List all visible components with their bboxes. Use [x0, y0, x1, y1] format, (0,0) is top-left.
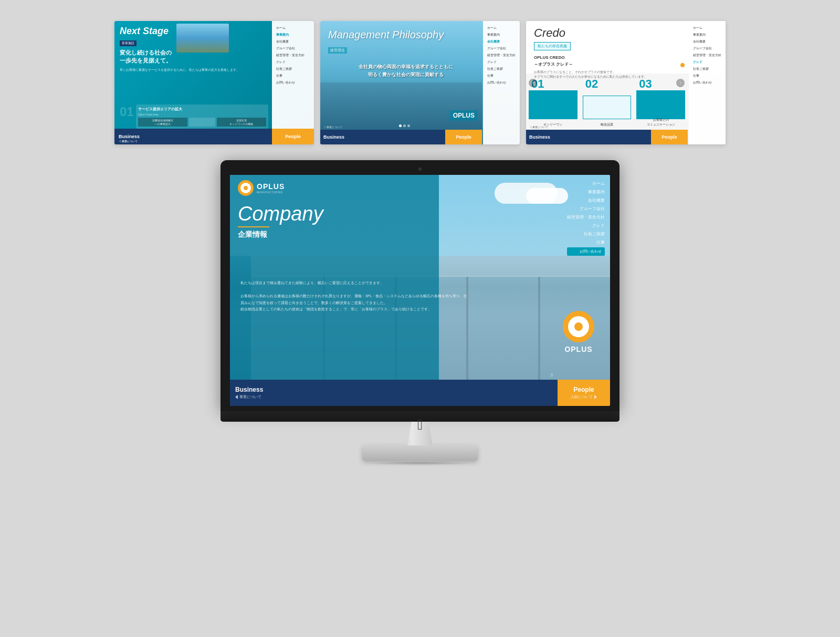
card2-nav-home[interactable]: ホーム	[486, 25, 517, 31]
nav-item-business[interactable]: 事業案内	[275, 32, 311, 38]
card1-bottom-people: People	[272, 129, 314, 144]
bottom-business-link-text: 事業について	[239, 394, 261, 400]
logo-sub: MANUFACTURING	[257, 191, 285, 194]
service-btn2[interactable]: 全国主流ネットワークの構築	[217, 118, 266, 127]
bottom-business-link[interactable]: 事業について	[235, 394, 552, 400]
screen-title-jp: 企業情報	[238, 230, 323, 239]
nav-group[interactable]: グループ会社	[567, 205, 605, 212]
card3-prev-btn[interactable]: ‹	[529, 79, 537, 87]
card3-bottom-bar: Business People	[526, 130, 688, 144]
bottom-people-title: People	[573, 386, 594, 393]
card2-subtitle: 経営理念	[328, 47, 347, 54]
nav-company[interactable]: 会社概要	[567, 197, 605, 204]
service-btn1[interactable]: 近畿送先地域拠点への事業拡大	[138, 118, 187, 127]
nav-item-credo[interactable]: クレド	[275, 59, 311, 65]
card3-col3-num: 03	[639, 77, 652, 91]
nav-item-group[interactable]: グループ会社	[275, 46, 311, 51]
card1-business-link[interactable]: ◁ 事業について	[119, 140, 138, 143]
slide-indicator: 01	[550, 373, 553, 377]
cloud2	[526, 188, 568, 204]
apple-logo-icon: 	[417, 416, 423, 433]
card3-nav-mgmt[interactable]: 経営管理・安全方針	[692, 53, 722, 58]
card2-business-link[interactable]: ◁ 事業について	[323, 126, 342, 129]
nav-item-management[interactable]: 経営管理・安全方針	[275, 53, 311, 58]
logo-dot	[244, 186, 248, 190]
card2-nav-mgmt[interactable]: 経営管理・安全方針	[486, 53, 517, 58]
screen-oplus-large-logo: OPLUS	[563, 311, 594, 353]
logo-text-area: OPLUS MANUFACTURING	[257, 182, 285, 194]
preview-card-3: Credo 私たちの存在意義 OPLUS CREDO～オプラス クレド～ お客様…	[526, 21, 726, 144]
card2-nav-job[interactable]: 仕事	[486, 73, 517, 79]
card2-business: Business	[320, 130, 445, 144]
monitor-base	[362, 445, 478, 461]
card3-nav-group[interactable]: グループ会社	[692, 46, 722, 51]
nav-job[interactable]: 仕事	[567, 239, 605, 246]
nav-contact[interactable]: お問い合わせ	[567, 247, 605, 256]
screen-nav: ホーム 事業案内 会社概要 グループ会社 経営管理・安全方針 クレド 社長ご挨拶…	[567, 180, 605, 256]
card3-nav-company[interactable]: 会社概要	[692, 39, 722, 45]
nav-item-company[interactable]: 会社概要	[275, 39, 311, 45]
card1-bottom-bar: Business ◁ 事業について People	[114, 129, 314, 144]
nav-management[interactable]: 経営管理・安全方針	[567, 214, 605, 221]
card3-nav-job[interactable]: 仕事	[692, 73, 722, 79]
service-img	[189, 118, 215, 127]
card1-business-label: Business	[119, 134, 140, 139]
card3-next-btn[interactable]: ›	[676, 79, 685, 87]
card1-sub: 常にお客様に最適なサービスを提供するために、私たちは事業の拡大を推進します。	[120, 68, 267, 72]
card3-col2-box	[583, 96, 632, 119]
nav-home[interactable]: ホーム	[567, 180, 605, 187]
card3-business-link[interactable]: ◁ 事業について	[529, 126, 548, 129]
pole4	[538, 277, 540, 380]
preview-card-1: ホーム 事業案内 会社概要 グループ会社 経営管理・安全方針 クレド 社長ご挨拶…	[114, 21, 314, 144]
card2-building-bg	[320, 82, 482, 130]
card2-nav-credo[interactable]: クレド	[486, 59, 517, 65]
oplus-logo-inner	[568, 316, 589, 337]
card3-nav-credo[interactable]: クレド	[692, 59, 722, 65]
screen-title-area: Company 企業情報	[238, 204, 323, 239]
card2-nav-contact[interactable]: お問い合わせ	[486, 80, 517, 86]
bottom-people-panel: People 人財について	[558, 380, 610, 406]
card2-people-label: People	[456, 134, 471, 140]
card1-people-label: People	[285, 134, 301, 139]
card3-nav-home[interactable]: ホーム	[692, 25, 722, 31]
monitor-camera	[418, 168, 422, 171]
card3-business: Business	[526, 130, 651, 144]
card3-badge: 私たちの存在意義	[534, 42, 571, 50]
screen-logo: OPLUS MANUFACTURING	[238, 180, 285, 196]
nav-credo[interactable]: クレド	[567, 222, 605, 229]
nav-item-job[interactable]: 仕事	[275, 73, 311, 79]
nav-business[interactable]: 事業案内	[567, 189, 605, 195]
oplus-text: OPLUS	[563, 345, 594, 353]
card3-nav-contact[interactable]: お問い合わせ	[692, 80, 722, 86]
monitor: OPLUS MANUFACTURING ホーム 事業案内 会社概要 グループ会社…	[220, 160, 620, 465]
card2-nav-msg[interactable]: 社長ご挨拶	[486, 66, 517, 72]
card2-nav-business[interactable]: 事業案内	[486, 32, 517, 38]
card3-nav-business[interactable]: 事業案内	[692, 32, 722, 38]
card2-title-en: Management Philosophy	[328, 29, 444, 41]
card1-badge: 客業施設	[120, 40, 136, 46]
card3-col1-box	[529, 90, 578, 119]
monitor-screen-wrapper: OPLUS MANUFACTURING ホーム 事業案内 会社概要 グループ会社…	[220, 160, 620, 411]
monitor-container: OPLUS MANUFACTURING ホーム 事業案内 会社概要 グループ会社…	[0, 155, 840, 465]
card3-nav-msg[interactable]: 社長ご挨拶	[692, 66, 722, 72]
monitor-screen: OPLUS MANUFACTURING ホーム 事業案内 会社概要 グループ会社…	[230, 175, 610, 406]
card3-business-label: Business	[529, 134, 550, 140]
card2-people: People	[445, 130, 482, 144]
screen-title-line	[238, 226, 269, 227]
card2-nav-dots	[328, 124, 480, 127]
monitor-base-shadow	[368, 461, 472, 465]
logo-main: OPLUS	[257, 182, 285, 191]
bottom-people-link[interactable]: 人財について	[571, 394, 597, 400]
card3-col2: 02 輸送品質	[580, 75, 634, 130]
card2-nav-company[interactable]: 会社概要	[486, 39, 517, 45]
oplus-logo-dot	[574, 322, 583, 331]
logo-circle	[238, 180, 254, 196]
preview-row: ホーム 事業案内 会社概要 グループ会社 経営管理・安全方針 クレド 社長ご挨拶…	[0, 0, 840, 155]
card2-nav-group[interactable]: グループ会社	[486, 46, 517, 51]
screen-body-text: 私たちは現在まで積み重ねてきた経験により、幅広いご要望に応えることができます。 …	[240, 280, 468, 313]
nav-item-contact[interactable]: お問い合わせ	[275, 80, 311, 86]
preview-card-2: ホーム 事業案内 会社概要 グループ会社 経営管理・安全方針 クレド 社長ご挨拶…	[320, 21, 520, 144]
nav-item-home[interactable]: ホーム	[275, 25, 311, 31]
nav-message[interactable]: 社長ご挨拶	[567, 231, 605, 237]
nav-item-message[interactable]: 社長ご挨拶	[275, 66, 311, 72]
